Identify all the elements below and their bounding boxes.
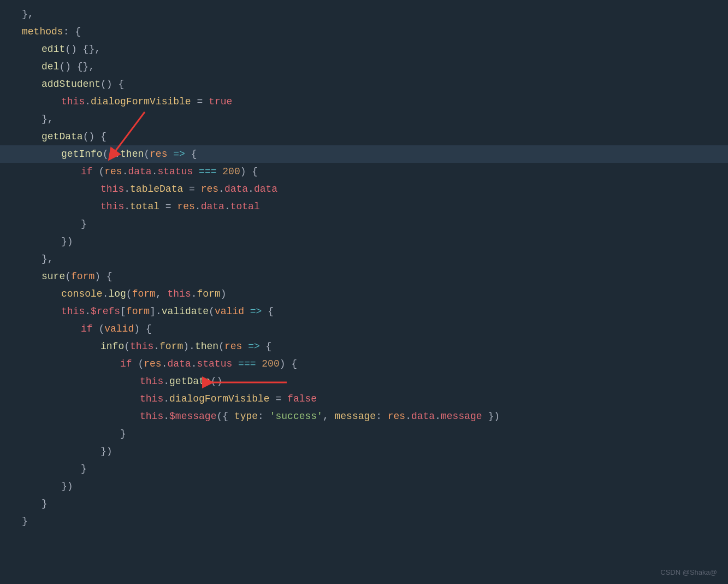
code-token: () { — [83, 129, 106, 145]
code-token: this — [61, 94, 85, 110]
code-token: = — [270, 391, 287, 407]
code-token: = — [183, 181, 200, 197]
code-token: . — [195, 199, 201, 215]
code-token: dialogFormVisible — [169, 391, 270, 407]
code-token: }, — [42, 111, 54, 127]
code-line-4: del() {}, — [0, 58, 728, 75]
code-token: this — [100, 181, 124, 197]
code-token: ( — [209, 304, 215, 320]
code-token: { — [262, 304, 274, 320]
code-token: $refs — [91, 304, 120, 320]
code-token: sure — [42, 269, 65, 285]
code-token: this — [130, 339, 153, 355]
code-token: console — [61, 286, 103, 302]
code-token: . — [191, 356, 197, 372]
code-token: }, — [42, 251, 54, 267]
code-token: }) — [61, 234, 73, 250]
code-token: }) — [61, 479, 73, 494]
code-line-7: }, — [0, 110, 728, 128]
code-line-16: sure(form) { — [0, 268, 728, 285]
code-token — [232, 356, 238, 372]
code-line-11: this.tableData = res.data.data — [0, 180, 728, 198]
code-token: methods — [22, 24, 63, 40]
code-line-27: } — [0, 460, 728, 477]
code-token: } — [22, 514, 28, 529]
code-token: form — [159, 339, 183, 355]
code-token: data — [411, 409, 435, 424]
code-token — [217, 164, 223, 180]
code-token: ( — [93, 321, 105, 337]
code-token: = — [159, 199, 177, 215]
code-line-20: info(this.form).then(res => { — [0, 338, 728, 355]
code-line-15: }, — [0, 250, 728, 268]
code-line-8: getData() { — [0, 128, 728, 145]
code-line-24: this.$message({ type: 'success', message… — [0, 408, 728, 425]
code-token: ). — [183, 339, 195, 355]
code-token: = — [191, 94, 209, 110]
code-token: total — [130, 199, 159, 215]
code-token: () {}, — [59, 59, 94, 75]
code-token: . — [85, 94, 91, 110]
code-token: . — [435, 409, 441, 424]
code-line-17: console.log(form, this.form) — [0, 285, 728, 303]
code-token: . — [124, 199, 130, 215]
code-token: () { — [100, 76, 124, 92]
code-token — [193, 164, 199, 180]
code-token: => — [250, 304, 262, 320]
code-token: del — [42, 59, 59, 75]
code-token — [242, 339, 248, 355]
code-token: message — [441, 409, 482, 424]
code-token: }) — [482, 409, 500, 424]
code-token: info — [100, 339, 124, 355]
code-token: (). — [103, 146, 120, 162]
code-token: ( — [93, 164, 105, 180]
code-token: true — [209, 94, 232, 110]
code-token: type — [234, 409, 258, 424]
code-token — [167, 146, 173, 162]
code-token: . — [122, 164, 128, 180]
code-token: if — [81, 321, 93, 337]
code-line-3: edit() {}, — [0, 40, 728, 58]
code-token: => — [173, 146, 185, 162]
code-token: , — [156, 286, 168, 302]
code-token: then — [120, 146, 144, 162]
code-token: . — [224, 199, 230, 215]
code-token: log — [108, 286, 126, 302]
code-token: [ — [120, 304, 126, 320]
code-token: { — [260, 339, 272, 355]
code-token: this — [140, 374, 163, 390]
code-line-9: getInfo().then(res => { — [0, 145, 728, 163]
code-token: ) { — [94, 269, 112, 285]
code-line-21: if (res.data.status === 200) { — [0, 355, 728, 373]
code-token: addStudent — [42, 76, 100, 92]
code-token: }, — [22, 7, 34, 22]
code-token: total — [230, 199, 260, 215]
code-token: ) { — [240, 164, 258, 180]
code-token: if — [81, 164, 93, 180]
code-token: then — [195, 339, 218, 355]
code-token: getData — [169, 374, 211, 390]
code-token: } — [120, 426, 126, 442]
code-token: }) — [100, 444, 113, 459]
code-token: res — [224, 339, 242, 355]
code-token: valid — [104, 321, 134, 337]
code-token: } — [81, 461, 87, 477]
code-token: dialogFormVisible — [91, 94, 191, 110]
code-token: : { — [63, 24, 81, 40]
code-token: message — [335, 409, 376, 424]
code-token: . — [218, 181, 224, 197]
code-token: 200 — [262, 356, 279, 372]
code-token: === — [199, 164, 216, 180]
code-token: data — [167, 356, 191, 372]
code-token: . — [103, 286, 109, 302]
code-token: data — [201, 199, 224, 215]
code-line-6: this.dialogFormVisible = true — [0, 93, 728, 110]
code-token — [244, 304, 250, 320]
code-token: () — [211, 374, 223, 390]
code-token: res — [144, 356, 161, 372]
code-token: 'success' — [270, 409, 323, 424]
code-token: . — [163, 374, 169, 390]
watermark: CSDN @Shaka@ — [660, 567, 717, 579]
code-token: . — [152, 164, 158, 180]
code-token: res — [150, 146, 167, 162]
